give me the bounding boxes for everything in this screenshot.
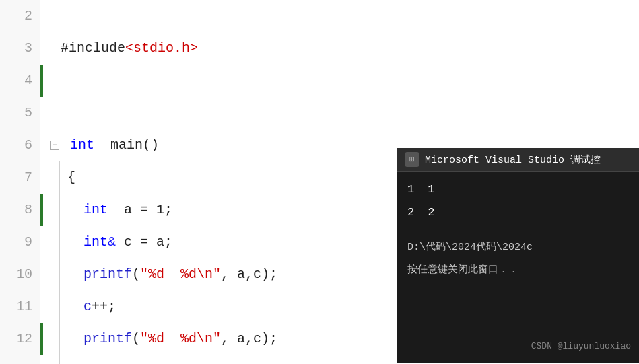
line-num-6: 6	[0, 129, 32, 161]
keyword-int-a: int	[83, 202, 108, 217]
line-num-4: 4	[0, 65, 32, 97]
line-num-13: 13	[0, 355, 32, 364]
terminal-path: D:\代码\2024代码\2024c	[407, 236, 628, 259]
line-num-3: 3	[0, 32, 32, 65]
line-num-9: 9	[0, 226, 32, 258]
breakpoint-bar-12	[40, 323, 43, 355]
line-num-12: 12	[0, 323, 32, 355]
keyword-int-main: int	[70, 137, 94, 153]
fn-main: main()	[102, 137, 159, 153]
printf-args-2: , a,c);	[221, 331, 277, 347]
var-a-assign: a = 1;	[116, 202, 172, 217]
printf-call-2: printf	[83, 331, 132, 347]
printf-paren-2: (	[132, 331, 140, 347]
keyword-int-ref: int	[83, 234, 108, 250]
terminal-window: ⊞ Microsoft Visual Studio 调试控 1 1 2 2 D:…	[397, 148, 639, 363]
brace-open: {	[67, 170, 75, 185]
include-hash: #include	[61, 40, 125, 56]
terminal-title: Microsoft Visual Studio 调试控	[425, 153, 601, 166]
var-c-assign: c = a;	[116, 234, 172, 250]
printf-call-1: printf	[83, 266, 132, 282]
code-line-4	[47, 65, 639, 97]
line-num-5: 5	[0, 97, 32, 129]
printf-str-2: "%d %d\n"	[140, 331, 221, 347]
code-line-2	[47, 0, 639, 32]
line-numbers: 2 3 4 5 6 7 8 9 10 11 12 13 14	[0, 0, 40, 364]
ref-amp: &	[108, 234, 116, 250]
line-num-7: 7	[0, 161, 32, 194]
var-c-inc: c	[83, 299, 92, 314]
collapse-icon-6[interactable]: −	[50, 141, 59, 150]
terminal-watermark: CSDN @liuyunluoxiao	[531, 335, 631, 358]
output-2-col1: 2	[407, 201, 414, 224]
terminal-press-msg: 按任意键关闭此窗口．．	[407, 259, 628, 282]
output-line-1: 1 1	[407, 178, 628, 201]
inc-op: ++;	[92, 299, 116, 314]
line-num-2: 2	[0, 0, 32, 32]
line-num-11: 11	[0, 291, 32, 323]
code-line-5	[47, 97, 639, 129]
breakpoint-bar-8	[40, 194, 43, 226]
output-1-col1: 1	[407, 178, 414, 201]
printf-paren-1: (	[132, 266, 140, 282]
output-line-2: 2 2	[407, 201, 628, 224]
include-file: <stdio.h>	[125, 40, 198, 56]
terminal-title-bar: ⊞ Microsoft Visual Studio 调试控	[397, 148, 639, 172]
output-1-col2: 1	[428, 178, 434, 201]
breakpoint-bar-4	[40, 65, 43, 97]
line-num-10: 10	[0, 258, 32, 291]
printf-args-1: , a,c);	[221, 266, 277, 282]
output-2-col2: 2	[428, 201, 434, 224]
line-num-8: 8	[0, 194, 32, 226]
code-line-3: #include<stdio.h>	[47, 32, 639, 65]
printf-str-1: "%d %d\n"	[140, 266, 221, 282]
terminal-icon: ⊞	[405, 152, 419, 167]
terminal-body: 1 1 2 2 D:\代码\2024代码\2024c 按任意键关闭此窗口．． C…	[397, 172, 639, 363]
